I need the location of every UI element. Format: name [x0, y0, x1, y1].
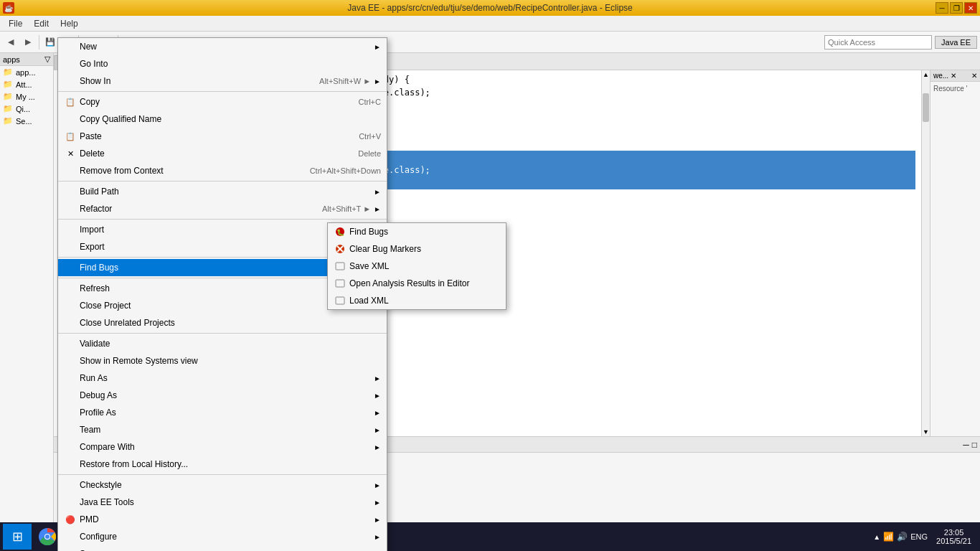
tray-volume: 🔊 [897, 532, 908, 542]
toolbar-save[interactable]: 💾 [42, 34, 58, 50]
ctx-icon [64, 261, 77, 274]
sidebar-item-label: app... [16, 68, 36, 77]
findbug-item-open-analysis-results-in-editor[interactable]: Open Analysis Results in Editor [328, 275, 506, 292]
ctx-item-team[interactable]: Team► [58, 421, 387, 438]
tray-arrow[interactable]: ▲ [873, 533, 880, 541]
ctx-icon [64, 57, 77, 70]
ctx-icon [64, 372, 77, 385]
scroll-up-btn[interactable]: ▲ [922, 70, 930, 79]
ctx-item-shortcut: Alt+Shift+T ► [308, 204, 371, 213]
ctx-item-arrow-icon: ► [374, 392, 381, 400]
menu-file[interactable]: File [3, 17, 28, 30]
ctx-item-label: Show in Remote Systems view [80, 356, 381, 366]
svg-rect-7 [336, 297, 344, 304]
ctx-icon: 📋 [64, 95, 77, 108]
close-button[interactable]: ✕ [964, 2, 977, 14]
ctx-item-label: Build Path [80, 187, 371, 197]
toolbar-back[interactable]: ◀ [3, 34, 19, 50]
toolbar-fwd[interactable]: ▶ [20, 34, 36, 50]
ctx-item-build-path[interactable]: Build Path► [58, 183, 387, 200]
ctx-item-arrow-icon: ► [374, 205, 381, 213]
ctx-item-checkstyle[interactable]: Checkstyle► [58, 476, 387, 494]
minimize-button[interactable]: ─ [936, 2, 948, 14]
ctx-item-delete[interactable]: ✕DeleteDelete [58, 145, 387, 162]
findbug-item-label: Load XML [349, 296, 500, 306]
ctx-icon [64, 479, 77, 491]
ctx-item-paste[interactable]: 📋PasteCtrl+V [58, 128, 387, 145]
ctx-item-java-ee-tools[interactable]: Java EE Tools► [58, 494, 387, 511]
app-icon: ☕ [3, 2, 14, 14]
ctx-icon [64, 458, 77, 471]
findbug-item-save-xml[interactable]: Save XML [328, 258, 506, 275]
findbug-icon [334, 260, 347, 273]
ctx-item-label: Refactor [80, 204, 308, 214]
chrome-icon [39, 528, 56, 545]
folder-icon-5: 📁 [3, 116, 13, 126]
findbug-item-find-bugs[interactable]: 🐛Find Bugs [328, 223, 506, 240]
bottom-panel-min[interactable]: ─ [963, 440, 969, 450]
sidebar-item-att[interactable]: 📁 Att... [0, 78, 53, 90]
java-ee-button[interactable]: Java EE [935, 36, 977, 49]
ctx-item-show-in[interactable]: Show InAlt+Shift+W ►► [58, 72, 387, 90]
ctx-item-close-unrelated-projects[interactable]: Close Unrelated Projects [58, 314, 387, 331]
ctx-icon [64, 299, 77, 312]
ctx-item-run-as[interactable]: Run As► [58, 369, 387, 387]
vertical-scrollbar[interactable]: ▲ ▼ [921, 70, 930, 436]
window-controls: ─ ❐ ✕ [936, 2, 977, 14]
ctx-item-validate[interactable]: Validate [58, 335, 387, 352]
findbug-item-load-xml[interactable]: Load XML [328, 292, 506, 309]
ctx-separator [58, 474, 387, 475]
bottom-panel-max[interactable]: □ [972, 440, 977, 450]
menu-edit[interactable]: Edit [28, 17, 55, 30]
ctx-item-refactor[interactable]: RefactorAlt+Shift+T ►► [58, 200, 387, 217]
ctx-item-shortcut: Ctrl+V [344, 132, 381, 141]
ctx-item-label: Close Unrelated Projects [80, 318, 381, 328]
right-panel-header: we... ✕ ✕ [930, 70, 980, 82]
ctx-item-show-in-remote-systems-view[interactable]: Show in Remote Systems view [58, 352, 387, 369]
ctx-icon [64, 337, 77, 350]
ctx-item-arrow-icon: ► [374, 533, 381, 541]
ctx-item-go-into[interactable]: Go Into [58, 55, 387, 72]
findbug-item-clear-bug-markers[interactable]: Clear Bug Markers [328, 240, 506, 258]
ctx-item-label: Restore from Local History... [80, 459, 381, 469]
taskbar-clock: 23:05 2015/5/21 [930, 528, 977, 545]
ctx-item-label: Compare With [80, 442, 371, 452]
sidebar-item-my[interactable]: 📁 My ... [0, 90, 53, 103]
ctx-item-copy-qualified-name[interactable]: Copy Qualified Name [58, 110, 387, 128]
ctx-item-debug-as[interactable]: Debug As► [58, 387, 387, 404]
sidebar-item-app[interactable]: 📁 app... [0, 66, 53, 78]
ctx-item-arrow-icon: ► [374, 77, 381, 85]
ctx-item-label: New [80, 42, 371, 52]
ctx-icon [64, 316, 77, 329]
start-button[interactable]: ⊞ [3, 524, 32, 550]
ctx-item-label: Debug As [80, 390, 371, 400]
ctx-item-copy[interactable]: 📋CopyCtrl+C [58, 93, 387, 110]
ctx-item-configure[interactable]: Configure► [58, 528, 387, 545]
ctx-item-pmd[interactable]: 🔴PMD► [58, 511, 387, 528]
sidebar-item-label-2: Att... [16, 80, 32, 89]
ctx-item-arrow-icon: ► [374, 443, 381, 451]
scroll-down-btn[interactable]: ▼ [922, 428, 930, 436]
ctx-item-compare-with[interactable]: Compare With► [58, 438, 387, 456]
ctx-item-label: Team [80, 425, 371, 435]
ctx-separator [58, 219, 387, 220]
ctx-item-profile-as[interactable]: Profile As► [58, 404, 387, 421]
menu-help[interactable]: Help [55, 17, 84, 30]
ctx-item-new[interactable]: New► [58, 38, 387, 55]
scroll-thumb[interactable] [923, 93, 929, 122]
ctx-item-label: Java EE Tools [80, 497, 371, 507]
svg-point-11 [45, 534, 50, 539]
right-panel-close[interactable]: ✕ [971, 72, 977, 80]
sidebar-item-se[interactable]: 📁 Se... [0, 115, 53, 127]
ctx-separator [58, 181, 387, 182]
ctx-icon [64, 223, 77, 236]
ctx-item-label: Delete [80, 149, 344, 159]
ctx-item-restore-from-local-history...[interactable]: Restore from Local History... [58, 456, 387, 473]
sidebar-item-qi[interactable]: 📁 Qi... [0, 103, 53, 115]
ctx-icon [64, 496, 77, 509]
ctx-item-remove-from-context[interactable]: Remove from ContextCtrl+Alt+Shift+Down [58, 162, 387, 179]
restore-button[interactable]: ❐ [950, 2, 963, 14]
quick-access-input[interactable] [824, 35, 932, 50]
ctx-item-source[interactable]: Source► [58, 545, 387, 551]
findbug-icon [334, 277, 347, 290]
